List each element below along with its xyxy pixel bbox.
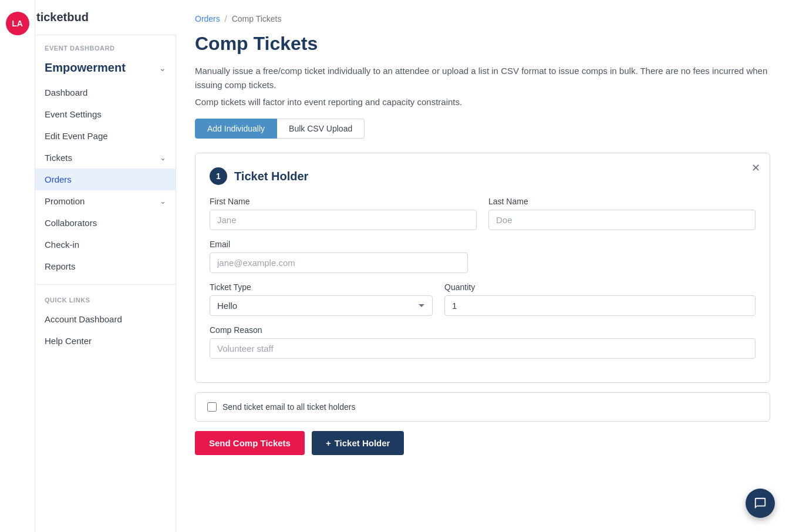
chevron-down-icon: ⌄ [159, 63, 166, 73]
chevron-right-icon-promotion: ⌄ [160, 197, 166, 206]
send-comp-tickets-button[interactable]: Send Comp Tickets [195, 431, 305, 455]
breadcrumb-current: Comp Tickets [232, 14, 282, 23]
send-email-checkbox[interactable] [207, 402, 217, 412]
sidebar-item-edit-event-page[interactable]: Edit Event Page [35, 125, 176, 147]
ticket-holder-card: ✕ 1 Ticket Holder First Name Last Name E… [195, 153, 770, 383]
checkbox-card: Send ticket email to all ticket holders [195, 392, 770, 422]
main-content: Orders / Comp Tickets Comp Tickets Manua… [176, 0, 789, 532]
card-title: Ticket Holder [234, 170, 308, 183]
quantity-input[interactable]: 1 [444, 295, 756, 316]
plus-icon: + [326, 438, 331, 448]
sidebar-item-promotion[interactable]: Promotion ⌄ [35, 190, 176, 212]
sidebar-item-dashboard[interactable]: Dashboard [35, 82, 176, 103]
avatar[interactable]: LA [6, 12, 29, 35]
add-ticket-holder-button[interactable]: + Ticket Holder [312, 431, 404, 455]
sidebar-item-collaborators[interactable]: Collaborators [35, 212, 176, 234]
ticket-type-row: Ticket Type Hello Quantity 1 [210, 282, 756, 316]
avatar-bar: LA [0, 0, 35, 532]
tab-buttons: Add Individually Bulk CSV Upload [195, 119, 770, 139]
sidebar-item-account-dashboard[interactable]: Account Dashboard [35, 308, 176, 330]
sidebar-section-label: EVENT DASHBOARD [35, 35, 176, 56]
ticket-type-select[interactable]: Hello [210, 295, 433, 316]
sidebar-item-event-settings[interactable]: Event Settings [35, 103, 176, 125]
first-name-group: First Name [210, 197, 477, 230]
ticket-type-label: Ticket Type [210, 282, 433, 292]
email-label: Email [210, 240, 756, 249]
quantity-label: Quantity [444, 282, 756, 292]
logo-text: ticketbud [36, 11, 89, 24]
name-row: First Name Last Name [210, 197, 756, 230]
chat-fab[interactable] [746, 489, 775, 518]
quick-links-label: QUICK LINKS [35, 292, 176, 308]
sidebar: EVENT DASHBOARD Empowerment ⌄ Dashboard … [35, 0, 176, 532]
email-row: Email [210, 240, 756, 273]
close-button[interactable]: ✕ [751, 163, 760, 173]
comp-reason-label: Comp Reason [210, 325, 756, 335]
last-name-group: Last Name [488, 197, 756, 230]
breadcrumb-separator: / [225, 14, 227, 23]
tab-add-individually[interactable]: Add Individually [195, 119, 277, 139]
breadcrumb-orders-link[interactable]: Orders [195, 14, 220, 23]
sidebar-item-reports[interactable]: Reports [35, 255, 176, 277]
event-name-toggle[interactable]: Empowerment ⌄ [35, 56, 176, 82]
last-name-input[interactable] [488, 210, 756, 230]
sidebar-item-orders[interactable]: Orders [35, 169, 176, 190]
page-note: Comp tickets will factor into event repo… [195, 97, 770, 107]
comp-reason-row: Comp Reason [210, 325, 756, 359]
sidebar-divider [35, 284, 176, 285]
send-email-label[interactable]: Send ticket email to all ticket holders [222, 402, 355, 412]
page-title: Comp Tickets [195, 33, 770, 55]
step-badge: 1 [210, 167, 227, 185]
ticket-type-group: Ticket Type Hello [210, 282, 433, 316]
last-name-label: Last Name [488, 197, 756, 206]
quantity-group: Quantity 1 [444, 282, 756, 316]
card-header: 1 Ticket Holder [210, 167, 756, 185]
comp-reason-group: Comp Reason [210, 325, 756, 359]
sidebar-item-help-center[interactable]: Help Center [35, 330, 176, 352]
event-name-text: Empowerment [45, 61, 126, 75]
chevron-right-icon: ⌄ [160, 153, 166, 162]
sidebar-item-tickets[interactable]: Tickets ⌄ [35, 147, 176, 169]
tab-bulk-csv[interactable]: Bulk CSV Upload [277, 119, 365, 139]
email-input[interactable] [210, 252, 468, 273]
page-description: Manually issue a free/comp ticket indivi… [195, 64, 770, 92]
first-name-label: First Name [210, 197, 477, 206]
breadcrumb: Orders / Comp Tickets [195, 14, 770, 23]
first-name-input[interactable] [210, 210, 477, 230]
action-buttons: Send Comp Tickets + Ticket Holder [195, 431, 770, 455]
comp-reason-input[interactable] [210, 338, 756, 359]
sidebar-item-check-in[interactable]: Check-in [35, 234, 176, 255]
email-group: Email [210, 240, 756, 273]
checkbox-row: Send ticket email to all ticket holders [195, 393, 770, 421]
add-holder-label: Ticket Holder [335, 438, 390, 448]
